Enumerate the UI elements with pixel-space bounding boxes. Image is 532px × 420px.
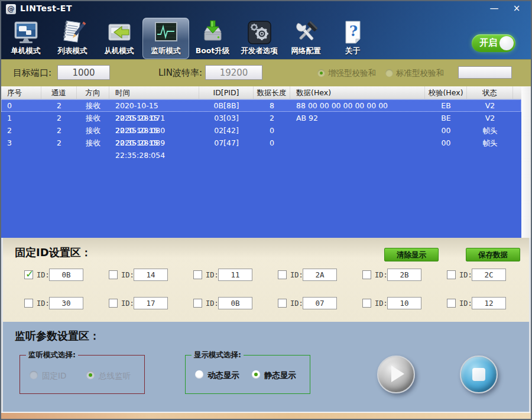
- id-label: ID:: [121, 299, 134, 308]
- id-checkbox[interactable]: [24, 270, 33, 279]
- minimize-button[interactable]: —: [486, 3, 502, 14]
- cell-channel: 2: [41, 137, 77, 161]
- id-input[interactable]: [472, 297, 506, 309]
- toolbar-button-about[interactable]: ? 关于: [329, 18, 376, 59]
- baud-input[interactable]: [205, 65, 262, 80]
- toolbar-label: 列表模式: [49, 46, 96, 56]
- table-row[interactable]: 0 2 接收 2020-10-15 22:35:28:071 0B[8B] 8 …: [1, 99, 521, 112]
- table-header: 序号 通道 方向 时间 ID[PID] 数据长度 数据(Hex) 校验(Hex)…: [1, 86, 531, 99]
- display-mode-legend: 显示模式选择:: [192, 350, 244, 360]
- toolbar-label: 单机模式: [2, 46, 49, 56]
- toolbar-label: 网络配置: [283, 46, 329, 56]
- id-input[interactable]: [303, 269, 337, 281]
- id-label: ID:: [121, 271, 134, 279]
- power-toggle[interactable]: 开启: [472, 34, 515, 52]
- toggle-knob-icon: [499, 36, 514, 50]
- stop-button[interactable]: [460, 356, 498, 393]
- toolbar-button-list-mode[interactable]: 列表模式: [49, 18, 96, 59]
- id-label: ID:: [206, 271, 219, 279]
- toolbar-label: Boot升级: [189, 46, 236, 56]
- table-scrollbar[interactable]: [521, 87, 531, 238]
- header-area: @ LINTest-ET — × 单机模式: [1, 1, 531, 59]
- toolbar-button-developer-options[interactable]: 开发者选项: [236, 18, 283, 59]
- settings-bar: 目标端口: LIN波特率: 增强型校验和 标准型校验和: [1, 59, 531, 86]
- id-input[interactable]: [134, 297, 168, 309]
- id-checkbox[interactable]: [362, 270, 371, 279]
- col-header-data-length[interactable]: 数据长度: [254, 86, 290, 99]
- table-row[interactable]: 2 2 接收 2020-10-15 22:35:28:089 02[42] 0 …: [1, 124, 521, 137]
- col-header-index[interactable]: 序号: [1, 86, 41, 99]
- clear-display-button[interactable]: 清除显示: [384, 248, 439, 261]
- id-checkbox[interactable]: [278, 299, 287, 308]
- table-row[interactable]: 3 2 接收 2020-10-15 22:35:28:054 07[47] 0 …: [1, 137, 521, 149]
- col-header-id-pid[interactable]: ID[PID]: [199, 86, 254, 99]
- id-checkbox[interactable]: [193, 270, 202, 279]
- frame-table: 0 2 接收 2020-10-15 22:35:28:071 0B[8B] 8 …: [1, 99, 531, 238]
- id-input[interactable]: [134, 269, 168, 281]
- id-input[interactable]: [387, 269, 421, 281]
- id-checkbox[interactable]: [362, 299, 371, 308]
- id-checkbox[interactable]: [109, 299, 118, 308]
- id-label: ID:: [375, 271, 388, 279]
- enhanced-checksum-radio[interactable]: [317, 69, 325, 77]
- port-input[interactable]: [57, 65, 110, 80]
- id-checkbox[interactable]: [24, 299, 33, 308]
- save-data-button[interactable]: 保存数据: [466, 248, 520, 261]
- id-checkbox[interactable]: [447, 270, 456, 279]
- boot-upgrade-icon: [199, 19, 226, 46]
- id-label: ID:: [37, 299, 50, 308]
- extra-input[interactable]: [458, 66, 512, 79]
- toolbar-button-boot-upgrade[interactable]: Boot升级: [189, 18, 236, 59]
- port-label: 目标端口:: [13, 67, 51, 79]
- toolbar-button-network-config[interactable]: 网络配置: [283, 18, 329, 59]
- id-input[interactable]: [218, 297, 252, 309]
- id-checkbox[interactable]: [193, 299, 202, 308]
- id-label: ID:: [375, 299, 388, 308]
- toolbar-label: 开发者选项: [236, 46, 283, 56]
- id-input[interactable]: [49, 269, 83, 281]
- close-button[interactable]: ×: [508, 3, 525, 14]
- standard-checksum-label: 标准型校验和: [396, 68, 444, 79]
- id-checkbox[interactable]: [109, 270, 118, 279]
- cell-time: 2020-10-15 22:35:28:054: [109, 137, 199, 161]
- power-toggle-label: 开启: [479, 37, 497, 49]
- col-header-time[interactable]: 时间: [109, 86, 199, 99]
- svg-text:?: ?: [349, 22, 358, 40]
- id-checkbox[interactable]: [278, 270, 287, 279]
- id-input[interactable]: [49, 297, 83, 309]
- bus-listen-radio[interactable]: [86, 371, 95, 379]
- toolbar-button-slave-mode[interactable]: 从机模式: [96, 18, 142, 59]
- id-input[interactable]: [387, 297, 421, 309]
- id-input[interactable]: [303, 297, 337, 309]
- toolbar-button-single-mode[interactable]: 单机模式: [2, 18, 49, 59]
- toolbar: 单机模式: [2, 18, 376, 59]
- tools-icon: [293, 19, 320, 46]
- cell-id-pid: 07[47]: [199, 137, 254, 161]
- id-input[interactable]: [472, 269, 506, 281]
- display-mode-group: 显示模式选择: 动态显示 静态显示: [185, 355, 310, 394]
- fixed-id-radio[interactable]: [30, 371, 38, 379]
- col-header-channel[interactable]: 通道: [41, 86, 77, 99]
- static-display-radio[interactable]: [252, 370, 260, 379]
- standard-checksum-radio[interactable]: [385, 69, 393, 77]
- question-icon: ?: [339, 19, 366, 46]
- dynamic-display-radio-label: 动态显示: [207, 370, 239, 381]
- col-header-status[interactable]: 状态: [467, 86, 513, 99]
- listen-params-title: 监听参数设置区：: [15, 329, 100, 343]
- static-display-radio-label: 静态显示: [264, 370, 296, 381]
- id-input[interactable]: [218, 269, 252, 281]
- cell-status: 帧头: [467, 137, 513, 161]
- listen-params-section: 监听参数设置区： 监听模式选择: 固定ID 总线监听 显示模式选择: 动态显示 …: [1, 322, 531, 414]
- dynamic-display-radio[interactable]: [195, 370, 203, 379]
- col-header-data-hex[interactable]: 数据(Hex): [290, 86, 425, 99]
- table-row[interactable]: 1 2 接收 2020-10-15 22:35:28:080 03[03] 2 …: [1, 112, 521, 124]
- id-label: ID:: [37, 271, 50, 279]
- id-checkbox[interactable]: [447, 299, 456, 308]
- toolbar-button-listen-mode[interactable]: 监听模式: [142, 18, 189, 59]
- col-header-checksum-hex[interactable]: 校验(Hex): [425, 86, 467, 99]
- app-icon: @: [6, 4, 16, 14]
- cell-direction: 接收: [77, 137, 109, 161]
- col-header-direction[interactable]: 方向: [77, 86, 109, 99]
- start-button[interactable]: [377, 356, 415, 393]
- toolbar-label: 关于: [329, 46, 376, 56]
